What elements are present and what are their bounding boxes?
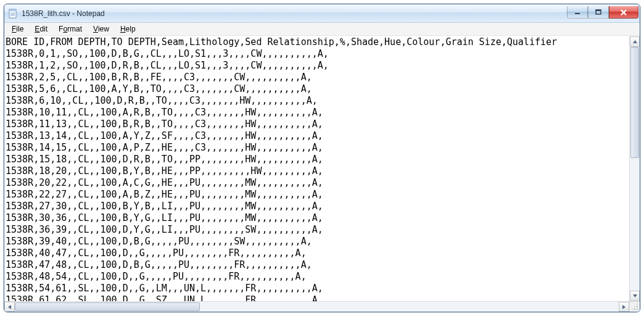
svg-marker-13 — [622, 305, 625, 309]
close-button[interactable] — [609, 6, 638, 19]
svg-marker-12 — [8, 305, 11, 309]
client-area: BORE ID,FROM DEPTH,TO DEPTH,Seam,Litholo… — [4, 36, 640, 312]
close-icon — [620, 9, 627, 15]
notepad-window: 1538R_lith.csv - Notepad File Edit Forma… — [4, 4, 640, 312]
minimize-icon — [574, 9, 580, 15]
svg-point-17 — [632, 309, 633, 310]
svg-point-19 — [637, 304, 638, 305]
svg-point-18 — [634, 306, 635, 307]
svg-rect-5 — [575, 13, 580, 14]
horizontal-scrollbar[interactable] — [4, 301, 629, 312]
svg-point-14 — [637, 309, 638, 310]
scroll-up-button[interactable] — [630, 36, 640, 47]
scroll-right-button[interactable] — [619, 302, 629, 312]
vertical-scrollbar[interactable] — [629, 36, 640, 301]
notepad-icon — [8, 9, 18, 19]
scroll-down-button[interactable] — [630, 291, 640, 301]
svg-point-16 — [637, 306, 638, 307]
svg-rect-7 — [596, 10, 601, 11]
maximize-icon — [595, 9, 601, 15]
svg-point-15 — [634, 309, 635, 310]
chevron-left-icon — [7, 304, 12, 310]
menu-view[interactable]: View — [88, 23, 114, 35]
titlebar[interactable]: 1538R_lith.csv - Notepad — [4, 4, 640, 23]
bottom-scroll-row — [4, 301, 640, 312]
resize-grip-icon — [632, 304, 638, 310]
editor-wrap: BORE ID,FROM DEPTH,TO DEPTH,Seam,Litholo… — [4, 36, 640, 301]
horizontal-scroll-track[interactable] — [15, 302, 619, 312]
vertical-scroll-track[interactable] — [630, 47, 640, 291]
menubar: File Edit Format View Help — [4, 23, 640, 36]
menu-format[interactable]: Format — [54, 23, 87, 35]
window-buttons — [567, 6, 638, 19]
svg-marker-11 — [633, 294, 637, 297]
size-grip[interactable] — [629, 301, 640, 312]
text-editor[interactable]: BORE ID,FROM DEPTH,TO DEPTH,Seam,Litholo… — [4, 36, 629, 301]
minimize-button[interactable] — [567, 6, 588, 19]
svg-rect-1 — [9, 9, 16, 11]
chevron-down-icon — [632, 293, 638, 299]
window-title: 1538R_lith.csv - Notepad — [22, 9, 567, 18]
horizontal-scroll-thumb[interactable] — [15, 302, 200, 311]
vertical-scroll-thumb[interactable] — [630, 47, 639, 158]
chevron-up-icon — [632, 39, 638, 44]
scroll-left-button[interactable] — [4, 302, 15, 312]
maximize-button[interactable] — [588, 6, 609, 19]
chevron-right-icon — [621, 304, 627, 310]
menu-edit[interactable]: Edit — [30, 23, 52, 35]
menu-help[interactable]: Help — [115, 23, 141, 35]
svg-marker-10 — [633, 40, 637, 43]
menu-file[interactable]: File — [7, 23, 28, 35]
